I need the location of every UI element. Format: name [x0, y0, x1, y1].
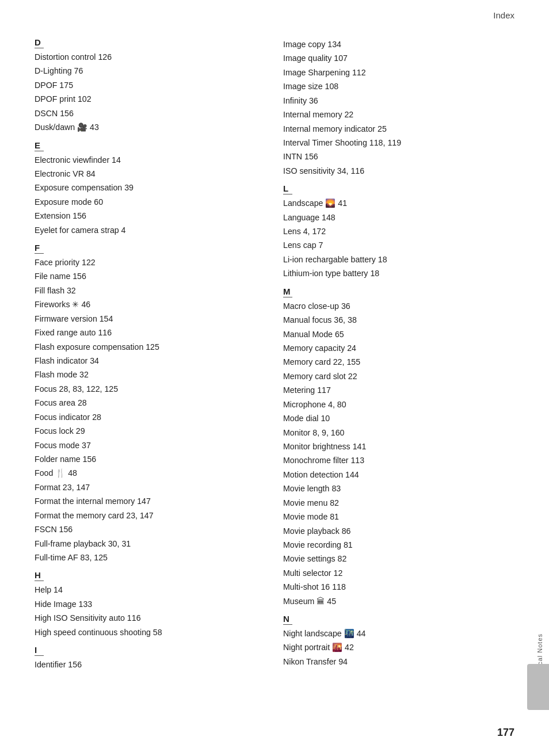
section-letter: F: [35, 243, 44, 254]
list-item: Image size 108: [283, 79, 514, 93]
list-item: Folder name 156: [35, 452, 266, 466]
list-item: Full-time AF 83, 125: [35, 551, 266, 564]
index-section: MMacro close-up 36Manual focus 36, 38Man…: [283, 287, 514, 608]
list-item: Flash indicator 34: [35, 354, 266, 368]
list-item: Movie mode 81: [283, 510, 514, 524]
list-item: INTN 156: [283, 150, 514, 163]
list-item: Mode dial 10: [283, 411, 514, 425]
list-item: Extension 156: [35, 209, 266, 223]
list-item: Monitor 8, 9, 160: [283, 426, 514, 440]
list-item: Memory capacity 24: [283, 341, 514, 355]
section-letter: N: [283, 614, 292, 625]
list-item: Lens 4, 172: [283, 224, 514, 238]
list-item: Internal memory indicator 25: [283, 122, 514, 136]
landscape-icon: 🌄: [325, 198, 336, 208]
section-letter: L: [283, 184, 292, 194]
header-title: Index: [493, 10, 514, 20]
list-item: Movie recording 81: [283, 538, 514, 552]
food-icon: 🍴: [55, 468, 66, 478]
list-item: Movie playback 86: [283, 524, 514, 538]
list-item: Interval Timer Shooting 118, 119: [283, 136, 514, 150]
list-item: Nikon Transfer 94: [283, 655, 514, 669]
index-section: DDistortion control 126D-Lighting 76DPOF…: [35, 37, 266, 135]
night-portrait-icon: 🌇: [332, 643, 342, 652]
list-item: Fireworks ✳ 46: [35, 297, 266, 311]
section-letter: D: [35, 37, 44, 48]
list-item: ISO sensitivity 34, 116: [283, 164, 514, 178]
index-section: Image copy 134Image quality 107Image Sha…: [283, 37, 514, 178]
list-item: Exposure mode 60: [35, 195, 266, 209]
list-item: Dusk/dawn 🎥 43: [35, 120, 266, 134]
list-item: Focus mode 37: [35, 438, 266, 452]
list-item: File name 156: [35, 269, 266, 283]
list-item: Exposure compensation 39: [35, 181, 266, 194]
list-item: Image copy 134: [283, 37, 514, 51]
list-item: Electronic VR 84: [35, 167, 266, 181]
list-item: Fixed range auto 116: [35, 326, 266, 339]
list-item: Manual focus 36, 38: [283, 313, 514, 327]
list-item: Microphone 4, 80: [283, 398, 514, 411]
list-item: Focus indicator 28: [35, 410, 266, 424]
list-item: Museum 🏛 45: [283, 594, 514, 608]
list-item: FSCN 156: [35, 522, 266, 536]
list-item: Format the internal memory 147: [35, 494, 266, 508]
list-item: Li-ion rechargable battery 18: [283, 253, 514, 266]
list-item: Format 23, 147: [35, 480, 266, 494]
list-item: Focus lock 29: [35, 424, 266, 438]
index-section: LLandscape 🌄 41Language 148Lens 4, 172Le…: [283, 184, 514, 281]
index-section: IIdentifier 156: [35, 645, 266, 671]
list-item: Firmware version 154: [35, 312, 266, 326]
list-item: Format the memory card 23, 147: [35, 509, 266, 522]
index-section: EElectronic viewfinder 14Electronic VR 8…: [35, 140, 266, 238]
list-item: Food 🍴 48: [35, 466, 266, 480]
page-number: 177: [497, 727, 514, 739]
list-item: Image quality 107: [283, 51, 514, 65]
list-item: Identifier 156: [35, 658, 266, 671]
list-item: Help 14: [35, 583, 266, 597]
section-letter: H: [35, 570, 44, 581]
index-section: NNight landscape 🌃 44Night portrait 🌇 42…: [283, 614, 514, 669]
page: Index DDistortion control 126D-Lighting …: [0, 0, 549, 756]
list-item: Movie length 83: [283, 482, 514, 495]
list-item: Hide Image 133: [35, 597, 266, 611]
list-item: Multi-shot 16 118: [283, 580, 514, 594]
list-item: Motion detection 144: [283, 468, 514, 482]
list-item: Metering 117: [283, 383, 514, 397]
list-item: Monochrome filter 113: [283, 453, 514, 467]
list-item: DPOF 175: [35, 78, 266, 92]
list-item: Lens cap 7: [283, 238, 514, 252]
list-item: Face priority 122: [35, 255, 266, 269]
list-item: Memory card slot 22: [283, 369, 514, 383]
list-item: Focus area 28: [35, 396, 266, 410]
list-item: Manual Mode 65: [283, 327, 514, 341]
list-item: DSCN 156: [35, 106, 266, 120]
list-item: Image Sharpening 112: [283, 66, 514, 79]
list-item: DPOF print 102: [35, 92, 266, 106]
side-tab: [527, 664, 549, 710]
list-item: Macro close-up 36: [283, 299, 514, 313]
list-item: D-Lighting 76: [35, 64, 266, 78]
list-item: Flash mode 32: [35, 368, 266, 381]
list-item: Distortion control 126: [35, 50, 266, 64]
left-column: DDistortion control 126D-Lighting 76DPOF…: [35, 37, 266, 677]
list-item: Focus 28, 83, 122, 125: [35, 382, 266, 396]
list-item: Movie menu 82: [283, 496, 514, 510]
list-item: Flash exposure compensation 125: [35, 340, 266, 354]
section-letter: I: [35, 645, 44, 656]
list-item: High ISO Sensitivity auto 116: [35, 611, 266, 625]
list-item: Night portrait 🌇 42: [283, 640, 514, 654]
list-item: Infinity 36: [283, 94, 514, 108]
content-area: DDistortion control 126D-Lighting 76DPOF…: [0, 26, 549, 689]
list-item: Electronic viewfinder 14: [35, 153, 266, 167]
list-item: Language 148: [283, 211, 514, 224]
list-item: Lithium-ion type battery 18: [283, 266, 514, 280]
list-item: Landscape 🌄 41: [283, 196, 514, 210]
right-column: Image copy 134Image quality 107Image Sha…: [283, 37, 514, 677]
section-letter: E: [35, 140, 44, 151]
fireworks-icon: ✳: [72, 300, 79, 309]
museum-icon: 🏛: [317, 597, 325, 606]
page-header: Index: [0, 0, 549, 26]
list-item: Multi selector 12: [283, 566, 514, 580]
list-item: Internal memory 22: [283, 108, 514, 121]
section-letter: M: [283, 287, 292, 297]
